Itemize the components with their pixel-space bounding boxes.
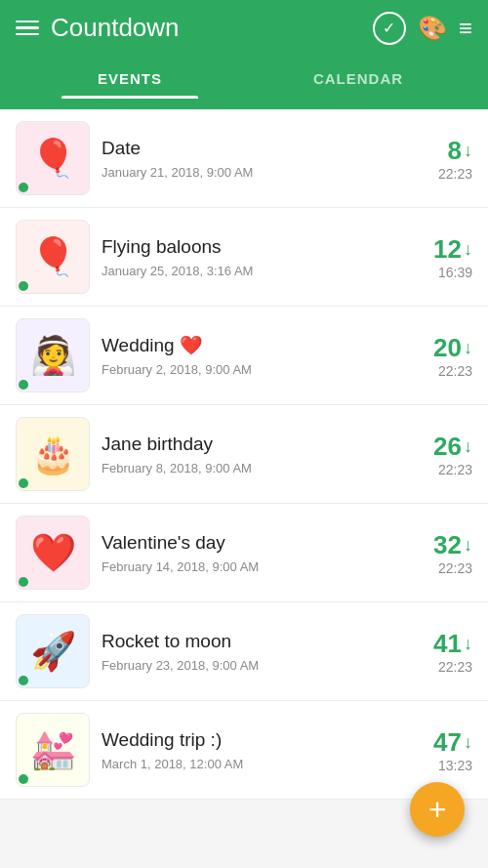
countdown-days-date: 8↓ xyxy=(414,136,472,166)
countdown-time-wedding: 22:23 xyxy=(414,363,472,379)
event-list: 🎈 Date January 21, 2018, 9:00 AM 8↓ 22:2… xyxy=(0,109,488,800)
checkmark-icon[interactable]: ✓ xyxy=(373,12,406,45)
countdown-time-rocket-to-moon: 22:23 xyxy=(414,659,472,675)
event-thumb-valentines-day: ❤️ xyxy=(16,516,90,590)
countdown-days-flying-baloons: 12↓ xyxy=(414,234,472,265)
event-item-rocket-to-moon[interactable]: 🚀 Rocket to moon February 23, 2018, 9:00… xyxy=(0,602,488,701)
countdown-time-wedding-trip: 13:23 xyxy=(414,758,472,773)
event-item-wedding-trip[interactable]: 💒 Wedding trip :) March 1, 2018, 12:00 A… xyxy=(0,701,488,800)
event-name-jane-birthday: Jane birthday xyxy=(102,434,402,455)
countdown-days-rocket-to-moon: 41↓ xyxy=(414,629,472,659)
event-name-rocket-to-moon: Rocket to moon xyxy=(102,631,402,652)
event-date-wedding-trip: March 1, 2018, 12:00 AM xyxy=(102,757,402,771)
countdown-time-date: 22:23 xyxy=(414,166,472,182)
event-thumb-wedding: 👰 xyxy=(16,318,90,393)
event-countdown-date: 8↓ 22:23 xyxy=(414,136,472,182)
event-item-valentines-day[interactable]: ❤️ Valentine's day February 14, 2018, 9:… xyxy=(0,504,488,602)
event-thumb-date: 🎈 xyxy=(16,121,90,195)
event-countdown-rocket-to-moon: 41↓ 22:23 xyxy=(414,629,472,675)
header: Countdown ✓ 🎨 ≡ EVENTS CALENDAR xyxy=(0,0,488,109)
countdown-days-wedding: 20↓ xyxy=(414,333,472,363)
event-thumb-jane-birthday: 🎂 xyxy=(16,417,90,491)
event-name-wedding: Wedding ❤️ xyxy=(102,334,402,356)
event-thumb-flying-baloons: 🎈 xyxy=(16,220,90,294)
event-info-jane-birthday: Jane birthday February 8, 2018, 9:00 AM xyxy=(90,434,414,475)
event-date-wedding: February 2, 2018, 9:00 AM xyxy=(102,362,402,377)
countdown-days-valentines-day: 32↓ xyxy=(414,530,472,560)
add-event-button[interactable]: + xyxy=(410,782,465,837)
event-name-flying-baloons: Flying baloons xyxy=(102,236,402,258)
event-name-date: Date xyxy=(102,138,402,159)
event-thumb-wedding-trip: 💒 xyxy=(16,713,90,787)
event-countdown-wedding-trip: 47↓ 13:23 xyxy=(414,727,472,773)
event-name-valentines-day: Valentine's day xyxy=(102,532,402,554)
event-thumb-rocket-to-moon: 🚀 xyxy=(16,614,90,688)
palette-icon[interactable]: 🎨 xyxy=(418,15,447,42)
event-item-flying-baloons[interactable]: 🎈 Flying baloons January 25, 2018, 3:16 … xyxy=(0,208,488,307)
event-info-wedding: Wedding ❤️ February 2, 2018, 9:00 AM xyxy=(90,334,414,377)
event-item-wedding[interactable]: 👰 Wedding ❤️ February 2, 2018, 9:00 AM 2… xyxy=(0,307,488,405)
event-date-valentines-day: February 14, 2018, 9:00 AM xyxy=(102,559,402,574)
tab-calendar[interactable]: CALENDAR xyxy=(244,59,472,99)
event-countdown-jane-birthday: 26↓ 22:23 xyxy=(414,432,472,477)
countdown-time-flying-baloons: 16:39 xyxy=(414,265,472,280)
event-countdown-valentines-day: 32↓ 22:23 xyxy=(414,530,472,576)
event-countdown-wedding: 20↓ 22:23 xyxy=(414,333,472,379)
countdown-time-valentines-day: 22:23 xyxy=(414,560,472,576)
hamburger-menu[interactable] xyxy=(16,21,39,36)
countdown-time-jane-birthday: 22:23 xyxy=(414,462,472,477)
countdown-days-jane-birthday: 26↓ xyxy=(414,432,472,462)
app-title: Countdown xyxy=(51,13,361,43)
event-info-date: Date January 21, 2018, 9:00 AM xyxy=(90,138,414,180)
event-info-valentines-day: Valentine's day February 14, 2018, 9:00 … xyxy=(90,532,414,574)
event-date-rocket-to-moon: February 23, 2018, 9:00 AM xyxy=(102,658,402,673)
tab-events[interactable]: EVENTS xyxy=(16,59,244,99)
event-date-flying-baloons: January 25, 2018, 3:16 AM xyxy=(102,264,402,278)
event-name-wedding-trip: Wedding trip :) xyxy=(102,729,402,751)
event-date-jane-birthday: February 8, 2018, 9:00 AM xyxy=(102,461,402,475)
event-item-jane-birthday[interactable]: 🎂 Jane birthday February 8, 2018, 9:00 A… xyxy=(0,405,488,504)
event-item-date[interactable]: 🎈 Date January 21, 2018, 9:00 AM 8↓ 22:2… xyxy=(0,109,488,208)
tab-bar: EVENTS CALENDAR xyxy=(16,59,472,99)
event-info-wedding-trip: Wedding trip :) March 1, 2018, 12:00 AM xyxy=(90,729,414,771)
sort-icon[interactable]: ≡ xyxy=(459,15,472,42)
countdown-days-wedding-trip: 47↓ xyxy=(414,727,472,758)
event-info-flying-baloons: Flying baloons January 25, 2018, 3:16 AM xyxy=(90,236,414,278)
event-date-date: January 21, 2018, 9:00 AM xyxy=(102,165,402,180)
event-info-rocket-to-moon: Rocket to moon February 23, 2018, 9:00 A… xyxy=(90,631,414,673)
event-countdown-flying-baloons: 12↓ 16:39 xyxy=(414,234,472,280)
